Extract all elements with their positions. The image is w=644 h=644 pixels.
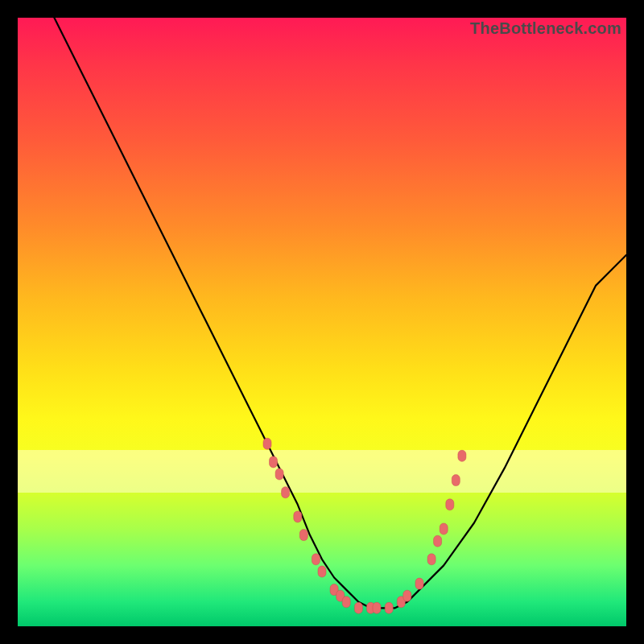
chart-svg — [18, 18, 626, 626]
curve-marker — [270, 456, 278, 468]
curve-marker — [434, 535, 442, 547]
curve-marker — [440, 523, 448, 535]
chart-frame: TheBottleneck.com — [18, 18, 626, 626]
curve-marker — [312, 554, 320, 565]
curve-marker — [415, 578, 423, 589]
curve-marker — [446, 499, 454, 510]
curve-marker — [452, 475, 460, 486]
curve-markers — [263, 438, 466, 613]
curve-marker — [385, 602, 393, 613]
curve-marker — [373, 602, 381, 613]
curve-marker — [282, 487, 290, 498]
curve-marker — [318, 566, 326, 577]
curve-marker — [294, 511, 302, 522]
curve-line — [54, 18, 626, 608]
curve-marker — [458, 450, 466, 461]
curve-marker — [427, 554, 436, 565]
watermark-text: TheBottleneck.com — [470, 19, 621, 38]
curve-marker — [354, 602, 362, 613]
curve-marker — [403, 590, 411, 601]
curve-marker — [342, 597, 350, 608]
curve-marker — [275, 469, 283, 480]
curve-marker — [299, 530, 308, 541]
curve-marker — [263, 438, 271, 449]
